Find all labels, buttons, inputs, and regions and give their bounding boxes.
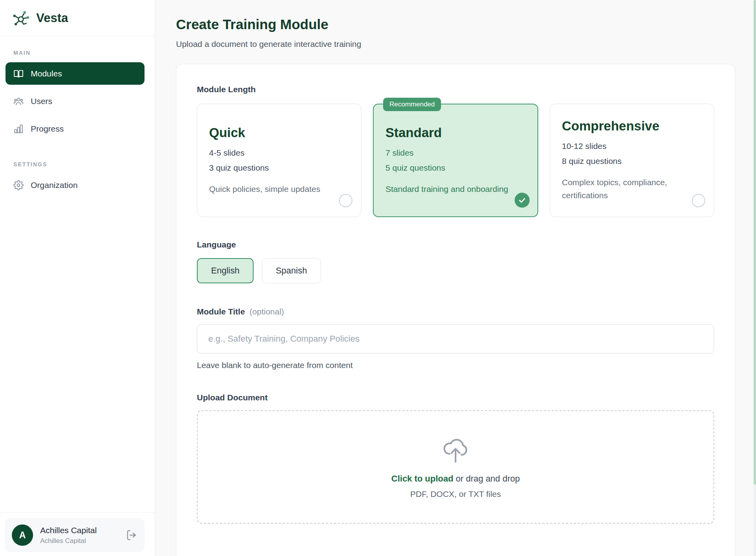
module-length-label: Module Length	[197, 85, 714, 94]
gear-icon	[13, 180, 24, 190]
optional-hint: (optional)	[247, 307, 284, 316]
sidebar-item-label: Organization	[31, 180, 78, 190]
module-title-section: Module Title (optional) Leave blank to a…	[197, 307, 714, 370]
option-quiz: 3 quiz questions	[209, 163, 349, 173]
option-slides: 10-12 slides	[562, 141, 702, 151]
length-option-comprehensive[interactable]: Comprehensive 10-12 slides 8 quiz questi…	[550, 104, 714, 217]
option-slides: 4-5 slides	[209, 148, 349, 158]
module-title-label-text: Module Title	[197, 307, 245, 316]
option-title: Comprehensive	[562, 119, 702, 134]
logout-icon[interactable]	[126, 529, 137, 541]
user-name: Achilles Capital	[40, 526, 119, 535]
module-length-options: Quick 4-5 slides 3 quiz questions Quick …	[197, 104, 714, 217]
sidebar-item-organization[interactable]: Organization	[6, 174, 145, 196]
language-section: Language English Spanish	[197, 240, 714, 283]
module-title-label: Module Title (optional)	[197, 307, 714, 316]
radio-selected-check-icon[interactable]	[515, 193, 530, 208]
main-content: Create Training Module Upload a document…	[155, 0, 756, 556]
language-label: Language	[197, 240, 714, 249]
bar-chart-icon	[13, 124, 24, 134]
users-icon	[13, 96, 24, 106]
user-card: A Achilles Capital Achilles Capital	[5, 518, 145, 552]
upload-cta-bold: Click to upload	[391, 474, 454, 483]
app-logo: Vesta	[0, 0, 155, 36]
option-slides: 7 slides	[385, 148, 526, 158]
avatar: A	[12, 524, 33, 546]
sidebar-item-label: Progress	[31, 124, 64, 134]
sidebar-footer: A Achilles Capital Achilles Capital	[0, 512, 155, 556]
language-options: English Spanish	[197, 258, 714, 283]
upload-cta-rest: or drag and drop	[453, 474, 520, 483]
user-meta: Achilles Capital Achilles Capital	[40, 526, 119, 545]
upload-cta: Click to upload or drag and drop	[391, 474, 520, 484]
radio-unselected-icon[interactable]	[339, 194, 352, 207]
length-option-standard[interactable]: Recommended Standard 7 slides 5 quiz que…	[373, 104, 538, 217]
create-module-panel: Module Length Quick 4-5 slides 3 quiz qu…	[176, 64, 735, 556]
option-title: Standard	[385, 125, 526, 140]
sidebar-item-modules[interactable]: Modules	[6, 62, 145, 85]
sidebar-item-label: Users	[31, 97, 52, 106]
language-option-english[interactable]: English	[197, 258, 254, 283]
upload-dropzone[interactable]: Click to upload or drag and drop PDF, DO…	[197, 410, 714, 524]
option-quiz: 8 quiz questions	[562, 156, 702, 166]
upload-formats: PDF, DOCX, or TXT files	[410, 489, 501, 499]
upload-document-label: Upload Document	[197, 393, 714, 402]
module-title-input[interactable]	[197, 324, 714, 353]
option-description: Standard training and onboarding	[385, 183, 526, 196]
radio-unselected-icon[interactable]	[692, 194, 705, 207]
page-title: Create Training Module	[176, 17, 735, 32]
sidebar: Vesta MAIN Modules	[0, 0, 155, 556]
vesta-logo-icon	[12, 9, 30, 27]
sidebar-item-users[interactable]: Users	[6, 90, 145, 112]
language-option-spanish[interactable]: Spanish	[262, 258, 321, 283]
book-open-icon	[13, 69, 24, 79]
app-name: Vesta	[36, 11, 68, 25]
page-scrollbar[interactable]	[754, 0, 756, 556]
nav-section-settings-label: SETTINGS	[13, 161, 145, 167]
sidebar-nav: MAIN Modules Users	[0, 36, 155, 512]
sidebar-item-label: Modules	[31, 69, 62, 78]
sidebar-item-progress[interactable]: Progress	[6, 117, 145, 140]
length-option-quick[interactable]: Quick 4-5 slides 3 quiz questions Quick …	[197, 104, 361, 217]
upload-section: Upload Document Click to upload or drag …	[197, 393, 714, 524]
optional-hint-text: (optional)	[250, 307, 284, 316]
option-description: Quick policies, simple updates	[209, 183, 349, 196]
recommended-badge: Recommended	[383, 98, 441, 111]
cloud-upload-icon	[441, 435, 471, 465]
module-title-helper: Leave blank to auto-generate from conten…	[197, 361, 714, 370]
page-subtitle: Upload a document to generate interactiv…	[176, 39, 735, 49]
nav-section-main-label: MAIN	[13, 50, 145, 56]
scrollbar-thumb[interactable]	[754, 0, 756, 485]
option-description: Complex topics, compliance, certificatio…	[562, 176, 702, 202]
option-title: Quick	[209, 125, 349, 140]
user-organization: Achilles Capital	[40, 537, 119, 545]
option-quiz: 5 quiz questions	[385, 163, 526, 173]
